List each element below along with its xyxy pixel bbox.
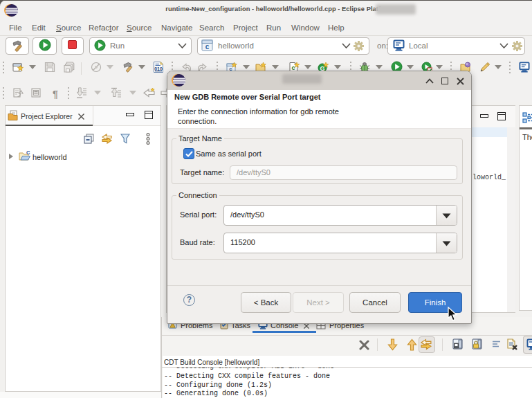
svg-text:c: c (205, 43, 210, 51)
svg-text:010: 010 (154, 66, 163, 71)
svg-text:C: C (26, 150, 30, 156)
